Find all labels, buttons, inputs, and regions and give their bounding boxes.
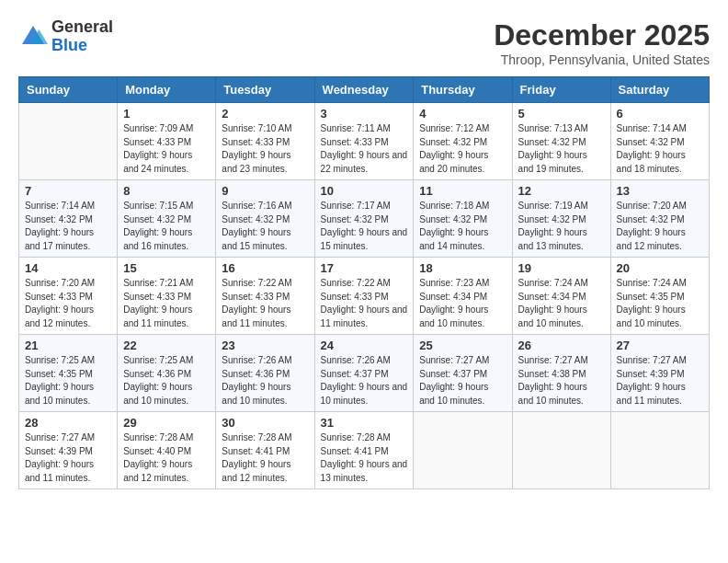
day-info: Sunrise: 7:14 AMSunset: 4:32 PMDaylight:… <box>617 122 703 176</box>
calendar-cell: 16Sunrise: 7:22 AMSunset: 4:33 PMDayligh… <box>216 258 314 335</box>
weekday-header-wednesday: Wednesday <box>314 77 414 103</box>
day-number: 3 <box>321 107 408 121</box>
day-number: 21 <box>25 339 111 352</box>
logo: General Blue <box>18 18 113 55</box>
day-info: Sunrise: 7:27 AMSunset: 4:39 PMDaylight:… <box>25 431 111 485</box>
day-number: 28 <box>25 416 111 430</box>
calendar-week-2: 7Sunrise: 7:14 AMSunset: 4:32 PMDaylight… <box>19 180 710 258</box>
calendar-cell: 13Sunrise: 7:20 AMSunset: 4:32 PMDayligh… <box>610 180 709 258</box>
day-number: 30 <box>222 416 308 430</box>
day-info: Sunrise: 7:25 AMSunset: 4:36 PMDaylight:… <box>123 354 210 408</box>
day-info: Sunrise: 7:20 AMSunset: 4:32 PMDaylight:… <box>617 200 703 253</box>
calendar-week-5: 28Sunrise: 7:27 AMSunset: 4:39 PMDayligh… <box>19 412 710 489</box>
day-number: 11 <box>419 184 506 198</box>
calendar-cell: 4Sunrise: 7:12 AMSunset: 4:32 PMDaylight… <box>414 103 512 180</box>
calendar-cell: 3Sunrise: 7:11 AMSunset: 4:33 PMDaylight… <box>314 103 414 180</box>
calendar-cell: 18Sunrise: 7:23 AMSunset: 4:34 PMDayligh… <box>414 258 512 335</box>
calendar-cell: 17Sunrise: 7:22 AMSunset: 4:33 PMDayligh… <box>314 258 414 335</box>
day-info: Sunrise: 7:13 AMSunset: 4:32 PMDaylight:… <box>518 122 605 176</box>
weekday-header-sunday: Sunday <box>19 77 118 103</box>
calendar-cell: 11Sunrise: 7:18 AMSunset: 4:32 PMDayligh… <box>414 180 512 258</box>
day-number: 2 <box>222 107 308 121</box>
calendar-cell: 5Sunrise: 7:13 AMSunset: 4:32 PMDaylight… <box>512 103 610 180</box>
title-area: December 2025 Throop, Pennsylvania, Unit… <box>494 18 710 67</box>
day-info: Sunrise: 7:10 AMSunset: 4:33 PMDaylight:… <box>222 122 308 176</box>
day-info: Sunrise: 7:24 AMSunset: 4:35 PMDaylight:… <box>617 277 703 330</box>
location-title: Throop, Pennsylvania, United States <box>494 52 710 67</box>
day-info: Sunrise: 7:20 AMSunset: 4:33 PMDaylight:… <box>25 277 111 330</box>
calendar-cell <box>512 412 610 489</box>
day-info: Sunrise: 7:22 AMSunset: 4:33 PMDaylight:… <box>321 277 408 330</box>
day-number: 31 <box>321 416 408 430</box>
day-number: 1 <box>123 107 210 121</box>
day-number: 23 <box>222 339 308 352</box>
calendar-cell: 2Sunrise: 7:10 AMSunset: 4:33 PMDaylight… <box>216 103 314 180</box>
day-number: 26 <box>518 339 605 352</box>
day-number: 24 <box>321 339 408 352</box>
day-info: Sunrise: 7:12 AMSunset: 4:32 PMDaylight:… <box>419 122 506 176</box>
day-number: 20 <box>617 261 703 275</box>
day-number: 18 <box>419 261 506 275</box>
calendar-week-1: 1Sunrise: 7:09 AMSunset: 4:33 PMDaylight… <box>19 103 710 180</box>
weekday-header-thursday: Thursday <box>414 77 512 103</box>
day-info: Sunrise: 7:16 AMSunset: 4:32 PMDaylight:… <box>222 200 308 253</box>
day-info: Sunrise: 7:27 AMSunset: 4:38 PMDaylight:… <box>518 354 605 408</box>
calendar-cell: 20Sunrise: 7:24 AMSunset: 4:35 PMDayligh… <box>610 258 709 335</box>
calendar-cell: 8Sunrise: 7:15 AMSunset: 4:32 PMDaylight… <box>118 180 216 258</box>
day-info: Sunrise: 7:28 AMSunset: 4:41 PMDaylight:… <box>321 431 408 485</box>
logo-text: General Blue <box>51 18 113 55</box>
day-info: Sunrise: 7:28 AMSunset: 4:40 PMDaylight:… <box>123 431 210 485</box>
calendar-cell: 1Sunrise: 7:09 AMSunset: 4:33 PMDaylight… <box>118 103 216 180</box>
weekday-header-monday: Monday <box>118 77 216 103</box>
day-number: 29 <box>123 416 210 430</box>
day-info: Sunrise: 7:14 AMSunset: 4:32 PMDaylight:… <box>25 200 111 253</box>
weekday-header-friday: Friday <box>512 77 610 103</box>
calendar-cell: 28Sunrise: 7:27 AMSunset: 4:39 PMDayligh… <box>19 412 118 489</box>
weekday-header-saturday: Saturday <box>610 77 709 103</box>
weekday-header-row: SundayMondayTuesdayWednesdayThursdayFrid… <box>19 77 710 103</box>
month-title: December 2025 <box>494 18 710 52</box>
calendar-cell: 12Sunrise: 7:19 AMSunset: 4:32 PMDayligh… <box>512 180 610 258</box>
day-number: 7 <box>25 184 111 198</box>
calendar-cell: 25Sunrise: 7:27 AMSunset: 4:37 PMDayligh… <box>414 335 512 412</box>
day-info: Sunrise: 7:22 AMSunset: 4:33 PMDaylight:… <box>222 277 308 330</box>
day-info: Sunrise: 7:27 AMSunset: 4:37 PMDaylight:… <box>419 354 506 408</box>
day-info: Sunrise: 7:18 AMSunset: 4:32 PMDaylight:… <box>419 200 506 253</box>
calendar-cell: 29Sunrise: 7:28 AMSunset: 4:40 PMDayligh… <box>118 412 216 489</box>
calendar-cell: 14Sunrise: 7:20 AMSunset: 4:33 PMDayligh… <box>19 258 118 335</box>
calendar-cell: 30Sunrise: 7:28 AMSunset: 4:41 PMDayligh… <box>216 412 314 489</box>
calendar-week-3: 14Sunrise: 7:20 AMSunset: 4:33 PMDayligh… <box>19 258 710 335</box>
day-number: 6 <box>617 107 703 121</box>
day-number: 10 <box>321 184 408 198</box>
day-info: Sunrise: 7:26 AMSunset: 4:36 PMDaylight:… <box>222 354 308 408</box>
calendar-cell: 21Sunrise: 7:25 AMSunset: 4:35 PMDayligh… <box>19 335 118 412</box>
calendar-cell: 27Sunrise: 7:27 AMSunset: 4:39 PMDayligh… <box>610 335 709 412</box>
day-number: 5 <box>518 107 605 121</box>
calendar-cell: 6Sunrise: 7:14 AMSunset: 4:32 PMDaylight… <box>610 103 709 180</box>
day-info: Sunrise: 7:23 AMSunset: 4:34 PMDaylight:… <box>419 277 506 330</box>
calendar-cell: 9Sunrise: 7:16 AMSunset: 4:32 PMDaylight… <box>216 180 314 258</box>
logo-blue-text: Blue <box>51 37 113 55</box>
day-number: 4 <box>419 107 506 121</box>
day-number: 15 <box>123 261 210 275</box>
calendar-cell: 31Sunrise: 7:28 AMSunset: 4:41 PMDayligh… <box>314 412 414 489</box>
day-number: 17 <box>321 261 408 275</box>
calendar-cell: 26Sunrise: 7:27 AMSunset: 4:38 PMDayligh… <box>512 335 610 412</box>
day-number: 27 <box>617 339 703 352</box>
day-number: 13 <box>617 184 703 198</box>
calendar-cell: 19Sunrise: 7:24 AMSunset: 4:34 PMDayligh… <box>512 258 610 335</box>
calendar-cell: 23Sunrise: 7:26 AMSunset: 4:36 PMDayligh… <box>216 335 314 412</box>
calendar-cell <box>19 103 118 180</box>
day-info: Sunrise: 7:17 AMSunset: 4:32 PMDaylight:… <box>321 200 408 253</box>
logo-general-text: General <box>51 18 113 37</box>
day-info: Sunrise: 7:15 AMSunset: 4:32 PMDaylight:… <box>123 200 210 253</box>
day-number: 9 <box>222 184 308 198</box>
day-info: Sunrise: 7:28 AMSunset: 4:41 PMDaylight:… <box>222 431 308 485</box>
logo-icon <box>18 22 48 52</box>
day-number: 8 <box>123 184 210 198</box>
page-header: General Blue December 2025 Throop, Penns… <box>18 18 710 67</box>
day-number: 14 <box>25 261 111 275</box>
day-info: Sunrise: 7:19 AMSunset: 4:32 PMDaylight:… <box>518 200 605 253</box>
day-info: Sunrise: 7:27 AMSunset: 4:39 PMDaylight:… <box>617 354 703 408</box>
day-info: Sunrise: 7:25 AMSunset: 4:35 PMDaylight:… <box>25 354 111 408</box>
